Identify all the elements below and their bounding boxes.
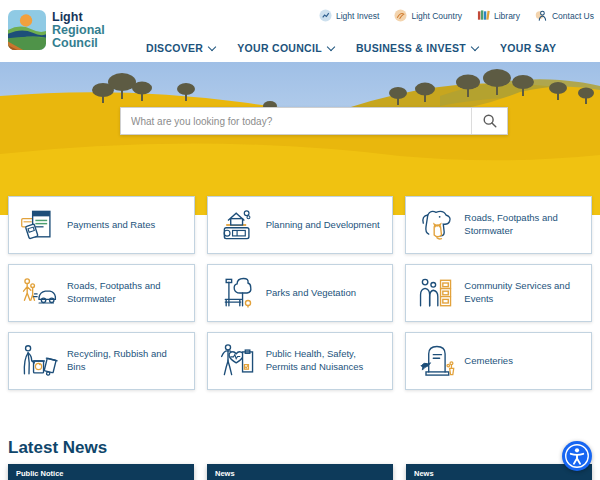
public-health-safety-icon [218, 341, 258, 381]
news-card[interactable]: News [207, 464, 393, 480]
utility-nav: Light Invest Light Country Library [319, 9, 594, 22]
service-tile-parks-and-vegetation[interactable]: Parks and Vegetation [207, 264, 394, 322]
service-tile-label: Payments and Rates [67, 219, 155, 232]
service-tile-payments-and-rates[interactable]: Payments and Rates [8, 196, 195, 254]
nav-item-label: YOUR SAY [500, 42, 556, 54]
utility-link-label: Contact Us [552, 11, 594, 21]
roads-footpaths-stormwater-icon [19, 273, 59, 313]
service-tile-public-health-safety-permits[interactable]: Public Health, Safety, Permits and Nuisa… [207, 332, 394, 390]
service-tile-label: Roads, Footpaths and Stormwater [464, 212, 581, 238]
nav-item-your-council[interactable]: YOUR COUNCIL [237, 42, 334, 54]
accessibility-button[interactable] [562, 441, 592, 471]
utility-link-label: Light Country [411, 11, 462, 21]
light-invest-icon [319, 9, 332, 22]
nav-item-label: YOUR COUNCIL [237, 42, 322, 54]
news-card-category: News [207, 464, 393, 480]
nav-item-business-invest[interactable]: BUSINESS & INVEST [356, 42, 478, 54]
accessibility-icon [564, 443, 590, 469]
utility-link-library[interactable]: Library [477, 9, 520, 22]
cemeteries-icon [416, 341, 456, 381]
services-grid: Payments and Rates Planning and Developm… [8, 196, 592, 390]
logo-wordmark: Light Regional Council [52, 11, 105, 50]
service-tile-label: Planning and Development [266, 219, 380, 232]
contact-us-icon [535, 9, 548, 22]
utility-link-label: Library [494, 11, 520, 21]
service-tile-label: Public Health, Safety, Permits and Nuisa… [266, 348, 383, 374]
chevron-down-icon [327, 43, 335, 51]
service-tile-planning-and-development[interactable]: Planning and Development [207, 196, 394, 254]
search-bar [120, 107, 508, 135]
site-logo[interactable]: Light Regional Council [8, 10, 105, 50]
service-tile-label: Recycling, Rubbish and Bins [67, 348, 184, 374]
hero-banner [0, 62, 600, 215]
council-logo-icon [8, 10, 46, 50]
animals-icon [416, 205, 456, 245]
nav-item-your-say[interactable]: YOUR SAY [500, 42, 556, 54]
search-input[interactable] [121, 108, 471, 134]
site-header: Light Regional Council Light Invest Ligh… [0, 0, 600, 62]
payments-and-rates-icon [19, 205, 59, 245]
service-tile-label: Parks and Vegetation [266, 287, 356, 300]
utility-link-label: Light Invest [336, 11, 379, 21]
planning-and-development-icon [218, 205, 258, 245]
search-button[interactable] [471, 108, 507, 134]
news-card[interactable]: Public Notice [8, 464, 194, 480]
recycling-rubbish-bins-icon [19, 341, 59, 381]
chevron-down-icon [208, 43, 216, 51]
nav-item-label: BUSINESS & INVEST [356, 42, 466, 54]
parks-and-vegetation-icon [218, 273, 258, 313]
nav-item-discover[interactable]: DISCOVER [146, 42, 215, 54]
hero-scenery-illustration [0, 62, 600, 215]
service-tile-animals[interactable]: Roads, Footpaths and Stormwater [405, 196, 592, 254]
utility-link-light-country[interactable]: Light Country [394, 9, 462, 22]
service-tile-community-services-events[interactable]: Community Services and Events [405, 264, 592, 322]
library-icon [477, 9, 490, 22]
utility-link-contact-us[interactable]: Contact Us [535, 9, 594, 22]
brand-line-2: Regional [52, 24, 105, 37]
latest-news-heading: Latest News [8, 438, 600, 458]
service-tile-roads-footpaths-stormwater[interactable]: Roads, Footpaths and Stormwater [8, 264, 195, 322]
main-nav: DISCOVER YOUR COUNCIL BUSINESS & INVEST … [146, 42, 556, 54]
light-country-icon [394, 9, 407, 22]
news-card-category: Public Notice [8, 464, 194, 480]
utility-link-light-invest[interactable]: Light Invest [319, 9, 379, 22]
service-tile-label: Roads, Footpaths and Stormwater [67, 280, 184, 306]
service-tile-recycling-rubbish-bins[interactable]: Recycling, Rubbish and Bins [8, 332, 195, 390]
service-tile-label: Community Services and Events [464, 280, 581, 306]
search-icon [482, 113, 498, 129]
service-tile-cemeteries[interactable]: Cemeteries [405, 332, 592, 390]
service-tile-label: Cemeteries [464, 355, 513, 368]
news-cards: Public Notice News News [8, 464, 592, 480]
community-services-events-icon [416, 273, 456, 313]
brand-line-3: Council [52, 37, 105, 50]
chevron-down-icon [471, 43, 479, 51]
nav-item-label: DISCOVER [146, 42, 203, 54]
brand-line-1: Light [52, 11, 105, 24]
